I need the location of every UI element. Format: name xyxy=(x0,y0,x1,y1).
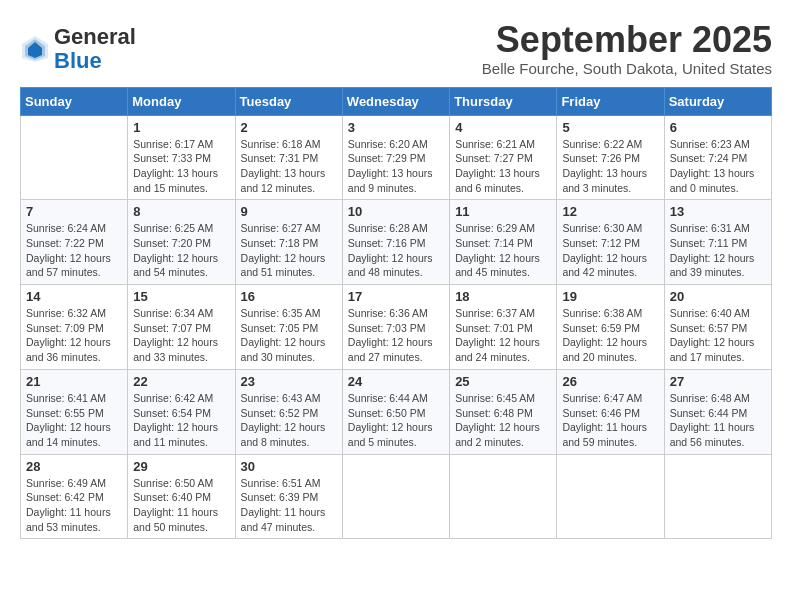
calendar-cell: 6Sunrise: 6:23 AM Sunset: 7:24 PM Daylig… xyxy=(664,115,771,200)
day-number: 15 xyxy=(133,289,229,304)
calendar-week-row: 1Sunrise: 6:17 AM Sunset: 7:33 PM Daylig… xyxy=(21,115,772,200)
calendar-cell: 9Sunrise: 6:27 AM Sunset: 7:18 PM Daylig… xyxy=(235,200,342,285)
calendar-cell: 15Sunrise: 6:34 AM Sunset: 7:07 PM Dayli… xyxy=(128,285,235,370)
day-number: 25 xyxy=(455,374,551,389)
day-detail: Sunrise: 6:50 AM Sunset: 6:40 PM Dayligh… xyxy=(133,476,229,535)
day-detail: Sunrise: 6:42 AM Sunset: 6:54 PM Dayligh… xyxy=(133,391,229,450)
day-detail: Sunrise: 6:35 AM Sunset: 7:05 PM Dayligh… xyxy=(241,306,337,365)
day-detail: Sunrise: 6:38 AM Sunset: 6:59 PM Dayligh… xyxy=(562,306,658,365)
day-detail: Sunrise: 6:51 AM Sunset: 6:39 PM Dayligh… xyxy=(241,476,337,535)
calendar-cell: 18Sunrise: 6:37 AM Sunset: 7:01 PM Dayli… xyxy=(450,285,557,370)
logo-text: General Blue xyxy=(54,25,136,73)
calendar-cell: 30Sunrise: 6:51 AM Sunset: 6:39 PM Dayli… xyxy=(235,454,342,539)
calendar-cell: 28Sunrise: 6:49 AM Sunset: 6:42 PM Dayli… xyxy=(21,454,128,539)
day-detail: Sunrise: 6:21 AM Sunset: 7:27 PM Dayligh… xyxy=(455,137,551,196)
day-number: 13 xyxy=(670,204,766,219)
calendar-cell: 29Sunrise: 6:50 AM Sunset: 6:40 PM Dayli… xyxy=(128,454,235,539)
day-number: 24 xyxy=(348,374,444,389)
day-detail: Sunrise: 6:41 AM Sunset: 6:55 PM Dayligh… xyxy=(26,391,122,450)
calendar-cell xyxy=(557,454,664,539)
weekday-header: Monday xyxy=(128,87,235,115)
day-detail: Sunrise: 6:44 AM Sunset: 6:50 PM Dayligh… xyxy=(348,391,444,450)
day-detail: Sunrise: 6:17 AM Sunset: 7:33 PM Dayligh… xyxy=(133,137,229,196)
calendar-cell xyxy=(450,454,557,539)
calendar-cell: 17Sunrise: 6:36 AM Sunset: 7:03 PM Dayli… xyxy=(342,285,449,370)
calendar-cell: 22Sunrise: 6:42 AM Sunset: 6:54 PM Dayli… xyxy=(128,369,235,454)
day-number: 10 xyxy=(348,204,444,219)
day-number: 16 xyxy=(241,289,337,304)
calendar-week-row: 14Sunrise: 6:32 AM Sunset: 7:09 PM Dayli… xyxy=(21,285,772,370)
calendar-cell: 24Sunrise: 6:44 AM Sunset: 6:50 PM Dayli… xyxy=(342,369,449,454)
logo-icon xyxy=(20,34,50,64)
day-detail: Sunrise: 6:25 AM Sunset: 7:20 PM Dayligh… xyxy=(133,221,229,280)
day-number: 18 xyxy=(455,289,551,304)
day-detail: Sunrise: 6:45 AM Sunset: 6:48 PM Dayligh… xyxy=(455,391,551,450)
calendar-cell xyxy=(21,115,128,200)
day-number: 3 xyxy=(348,120,444,135)
calendar-table: SundayMondayTuesdayWednesdayThursdayFrid… xyxy=(20,87,772,540)
weekday-header: Thursday xyxy=(450,87,557,115)
weekday-header: Sunday xyxy=(21,87,128,115)
day-number: 22 xyxy=(133,374,229,389)
day-number: 12 xyxy=(562,204,658,219)
day-detail: Sunrise: 6:27 AM Sunset: 7:18 PM Dayligh… xyxy=(241,221,337,280)
day-detail: Sunrise: 6:43 AM Sunset: 6:52 PM Dayligh… xyxy=(241,391,337,450)
day-detail: Sunrise: 6:24 AM Sunset: 7:22 PM Dayligh… xyxy=(26,221,122,280)
logo: General Blue xyxy=(20,25,136,73)
location: Belle Fourche, South Dakota, United Stat… xyxy=(482,60,772,77)
calendar-cell xyxy=(664,454,771,539)
day-number: 21 xyxy=(26,374,122,389)
weekday-header: Tuesday xyxy=(235,87,342,115)
calendar-cell: 8Sunrise: 6:25 AM Sunset: 7:20 PM Daylig… xyxy=(128,200,235,285)
calendar-cell: 27Sunrise: 6:48 AM Sunset: 6:44 PM Dayli… xyxy=(664,369,771,454)
day-number: 7 xyxy=(26,204,122,219)
calendar-cell: 25Sunrise: 6:45 AM Sunset: 6:48 PM Dayli… xyxy=(450,369,557,454)
day-detail: Sunrise: 6:31 AM Sunset: 7:11 PM Dayligh… xyxy=(670,221,766,280)
calendar-cell xyxy=(342,454,449,539)
weekday-header: Saturday xyxy=(664,87,771,115)
day-number: 28 xyxy=(26,459,122,474)
calendar-cell: 12Sunrise: 6:30 AM Sunset: 7:12 PM Dayli… xyxy=(557,200,664,285)
calendar-week-row: 28Sunrise: 6:49 AM Sunset: 6:42 PM Dayli… xyxy=(21,454,772,539)
day-number: 29 xyxy=(133,459,229,474)
day-number: 14 xyxy=(26,289,122,304)
calendar-cell: 16Sunrise: 6:35 AM Sunset: 7:05 PM Dayli… xyxy=(235,285,342,370)
day-number: 20 xyxy=(670,289,766,304)
calendar-cell: 13Sunrise: 6:31 AM Sunset: 7:11 PM Dayli… xyxy=(664,200,771,285)
calendar-cell: 23Sunrise: 6:43 AM Sunset: 6:52 PM Dayli… xyxy=(235,369,342,454)
day-number: 8 xyxy=(133,204,229,219)
day-number: 6 xyxy=(670,120,766,135)
day-number: 4 xyxy=(455,120,551,135)
day-detail: Sunrise: 6:49 AM Sunset: 6:42 PM Dayligh… xyxy=(26,476,122,535)
day-number: 11 xyxy=(455,204,551,219)
day-detail: Sunrise: 6:34 AM Sunset: 7:07 PM Dayligh… xyxy=(133,306,229,365)
day-detail: Sunrise: 6:36 AM Sunset: 7:03 PM Dayligh… xyxy=(348,306,444,365)
weekday-header: Friday xyxy=(557,87,664,115)
day-detail: Sunrise: 6:28 AM Sunset: 7:16 PM Dayligh… xyxy=(348,221,444,280)
day-number: 26 xyxy=(562,374,658,389)
calendar-cell: 14Sunrise: 6:32 AM Sunset: 7:09 PM Dayli… xyxy=(21,285,128,370)
calendar-cell: 4Sunrise: 6:21 AM Sunset: 7:27 PM Daylig… xyxy=(450,115,557,200)
logo-general: General xyxy=(54,24,136,49)
month-title: September 2025 xyxy=(482,20,772,60)
day-number: 1 xyxy=(133,120,229,135)
day-detail: Sunrise: 6:22 AM Sunset: 7:26 PM Dayligh… xyxy=(562,137,658,196)
day-number: 27 xyxy=(670,374,766,389)
calendar-cell: 26Sunrise: 6:47 AM Sunset: 6:46 PM Dayli… xyxy=(557,369,664,454)
day-detail: Sunrise: 6:29 AM Sunset: 7:14 PM Dayligh… xyxy=(455,221,551,280)
day-number: 23 xyxy=(241,374,337,389)
day-number: 17 xyxy=(348,289,444,304)
logo-blue: Blue xyxy=(54,48,102,73)
day-detail: Sunrise: 6:18 AM Sunset: 7:31 PM Dayligh… xyxy=(241,137,337,196)
calendar-cell: 20Sunrise: 6:40 AM Sunset: 6:57 PM Dayli… xyxy=(664,285,771,370)
calendar-cell: 19Sunrise: 6:38 AM Sunset: 6:59 PM Dayli… xyxy=(557,285,664,370)
calendar-cell: 11Sunrise: 6:29 AM Sunset: 7:14 PM Dayli… xyxy=(450,200,557,285)
calendar-cell: 2Sunrise: 6:18 AM Sunset: 7:31 PM Daylig… xyxy=(235,115,342,200)
day-number: 2 xyxy=(241,120,337,135)
day-detail: Sunrise: 6:37 AM Sunset: 7:01 PM Dayligh… xyxy=(455,306,551,365)
day-detail: Sunrise: 6:40 AM Sunset: 6:57 PM Dayligh… xyxy=(670,306,766,365)
day-detail: Sunrise: 6:32 AM Sunset: 7:09 PM Dayligh… xyxy=(26,306,122,365)
day-number: 30 xyxy=(241,459,337,474)
day-detail: Sunrise: 6:23 AM Sunset: 7:24 PM Dayligh… xyxy=(670,137,766,196)
day-number: 9 xyxy=(241,204,337,219)
